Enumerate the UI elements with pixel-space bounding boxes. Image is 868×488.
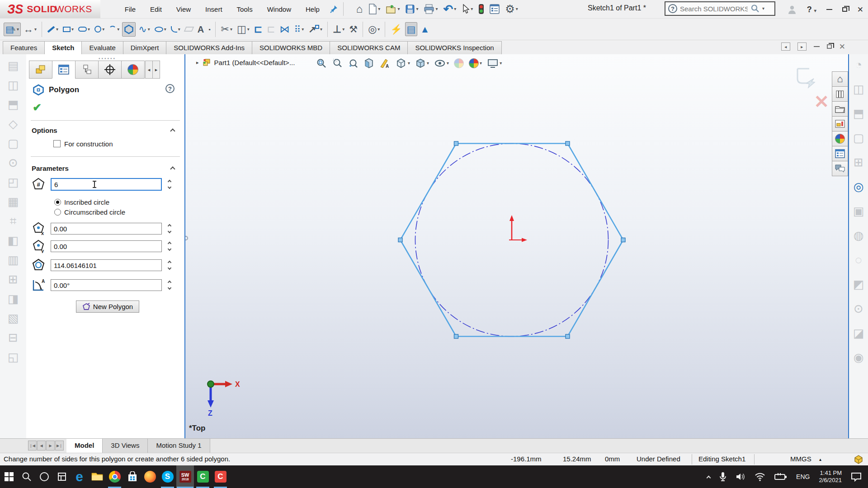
first-sheet-button[interactable]: ❘◀ <box>28 441 37 450</box>
rotation-angle-input[interactable] <box>51 279 162 291</box>
new-document-dropdown[interactable]: ▾ <box>378 7 380 11</box>
chrome-taskbar-icon[interactable] <box>106 465 123 488</box>
options-collapse-chevron[interactable] <box>170 128 175 133</box>
ellipse-tool-button[interactable]: ▾ <box>153 24 168 34</box>
diameter-spinner[interactable] <box>165 259 174 271</box>
language-indicator[interactable]: ENG <box>796 473 810 480</box>
circle-tool-button[interactable]: ▾ <box>93 23 106 35</box>
last-sheet-button[interactable]: ▶❘ <box>55 441 64 450</box>
pane-left-button[interactable]: ◂ <box>781 42 790 51</box>
skype-taskbar-icon[interactable]: S <box>159 465 176 488</box>
quick-snaps-button[interactable]: ◎▾ <box>366 22 382 37</box>
pin-menu-icon[interactable] <box>330 5 339 14</box>
tab-sw-addins[interactable]: SOLIDWORKS Add-Ins <box>166 41 252 54</box>
doc-close-button[interactable]: ✕ <box>839 43 845 51</box>
doc-restore-button[interactable] <box>827 44 832 49</box>
rapid-sketch-button[interactable]: ⚡ <box>388 22 404 36</box>
cancel-sketch-corner-icon[interactable]: ✕ <box>814 91 829 112</box>
parameters-section-header[interactable]: Parameters <box>32 164 69 172</box>
forum-tab[interactable] <box>832 161 848 176</box>
line-tool-button[interactable]: ▾ <box>45 25 60 34</box>
custom-properties-tab[interactable] <box>832 146 848 161</box>
linear-sketch-pattern-button[interactable]: ⠿▾ <box>292 23 306 36</box>
print-button[interactable]: ▾ <box>422 3 439 15</box>
arc-tool-button[interactable]: ▾ <box>107 23 121 35</box>
display-relations-button[interactable]: ⊥▾ <box>331 22 346 37</box>
file-explorer-tab[interactable] <box>832 101 848 117</box>
file-explorer-taskbar-icon[interactable] <box>88 465 106 488</box>
circumscribed-circle-radio[interactable] <box>54 209 61 216</box>
print-dropdown[interactable]: ▾ <box>435 7 438 11</box>
center-x-input[interactable] <box>51 223 162 235</box>
sides-spinner[interactable] <box>165 178 174 190</box>
convert-entities-button[interactable]: ◫▾ <box>235 22 251 37</box>
mirror-entities-button[interactable]: ⋈ <box>278 22 292 37</box>
help-search-input[interactable] <box>680 5 748 13</box>
action-center-icon[interactable] <box>851 472 862 482</box>
tab-sw-inspection[interactable]: SOLIDWORKS Inspection <box>407 41 501 54</box>
edge-taskbar-icon[interactable]: e <box>71 465 88 488</box>
tab-scroll-right-button[interactable]: ▸ <box>152 61 160 79</box>
units-selector[interactable]: MMGS <box>790 455 811 463</box>
search-magnifier-icon[interactable] <box>750 4 760 13</box>
settings-dropdown[interactable]: ▾ <box>516 7 518 11</box>
menu-help[interactable]: Help <box>299 3 326 16</box>
menu-file[interactable]: File <box>118 3 142 16</box>
3d-views-tab[interactable]: 3D Views <box>103 439 148 453</box>
search-dropdown[interactable]: ▾ <box>762 6 764 11</box>
sw-resources-tab[interactable]: ⌂ <box>832 71 848 87</box>
tab-features[interactable]: Features <box>3 41 45 54</box>
options-section-header[interactable]: Options <box>32 127 57 134</box>
design-library-tab[interactable] <box>832 86 848 102</box>
tab-evaluate[interactable]: Evaluate <box>81 41 123 54</box>
straight-slot-button[interactable]: ▾ <box>76 24 92 34</box>
exit-sketch-corner-icon[interactable] <box>794 68 821 91</box>
menu-window[interactable]: Window <box>261 3 297 16</box>
new-polygon-button[interactable]: New Polygon <box>76 300 139 313</box>
dimxpert-manager-tab[interactable] <box>98 61 122 79</box>
solidworks-taskbar-icon[interactable]: SW2018 <box>176 465 194 488</box>
polygon-tool-button[interactable] <box>122 22 136 37</box>
next-sheet-button[interactable]: ▶ <box>46 441 55 450</box>
instant2d-button[interactable]: ▤ <box>405 22 418 36</box>
sketch-tool-button[interactable]: ▤✎▾ <box>4 23 21 36</box>
options-list-icon[interactable] <box>488 3 501 15</box>
start-button[interactable] <box>0 465 18 488</box>
battery-tray-icon[interactable] <box>774 473 787 481</box>
center-y-spinner[interactable] <box>165 240 174 252</box>
minimize-button[interactable] <box>826 9 832 10</box>
restore-button[interactable] <box>842 7 847 12</box>
move-entities-button[interactable]: ↗▾ <box>307 23 324 36</box>
menu-edit[interactable]: Edit <box>144 3 168 16</box>
point-tool-button[interactable]: ▪ <box>207 24 212 34</box>
firefox-taskbar-icon[interactable] <box>141 465 159 488</box>
motion-study-tab[interactable]: Motion Study 1 <box>148 439 210 453</box>
smart-dimension-button[interactable]: ↔▾ <box>22 22 38 37</box>
close-button[interactable]: ✕ <box>857 6 863 14</box>
doc-minimize-button[interactable] <box>814 46 820 47</box>
circle-diameter-input[interactable] <box>51 259 162 271</box>
camtasia-recorder-taskbar-icon[interactable]: C <box>212 465 229 488</box>
spline-tool-button[interactable]: ∿▾ <box>137 22 151 37</box>
save-button[interactable]: ▾ <box>403 3 420 15</box>
tab-sw-cam[interactable]: SOLIDWORKS CAM <box>330 41 408 54</box>
appearances-scenes-tab[interactable] <box>832 131 848 146</box>
help-search-box[interactable]: ? ▾ <box>665 1 775 16</box>
offset-entities-button[interactable]: ⊏ <box>252 22 264 37</box>
model-tab[interactable]: Model <box>66 439 103 453</box>
volume-tray-icon[interactable] <box>736 472 745 481</box>
panel-help-button[interactable]: ? <box>165 84 175 93</box>
text-tool-button[interactable]: A <box>196 23 206 36</box>
select-cursor-button[interactable]: ▾ <box>460 3 475 15</box>
cortana-button[interactable] <box>35 465 53 488</box>
tab-dimxpert[interactable]: DimXpert <box>123 41 167 54</box>
tray-expand-chevron[interactable] <box>707 475 711 480</box>
traffic-light-rebuild-icon[interactable] <box>476 2 486 16</box>
configuration-manager-tab[interactable] <box>75 61 99 79</box>
status-corner-icon[interactable] <box>854 454 863 464</box>
help-button[interactable]: ? ▾ <box>807 5 816 14</box>
view-palette-tab[interactable] <box>832 116 848 131</box>
new-document-button[interactable]: ▾ <box>366 2 382 16</box>
undo-dropdown[interactable]: ▾ <box>454 7 456 11</box>
microphone-tray-icon[interactable] <box>719 472 726 482</box>
